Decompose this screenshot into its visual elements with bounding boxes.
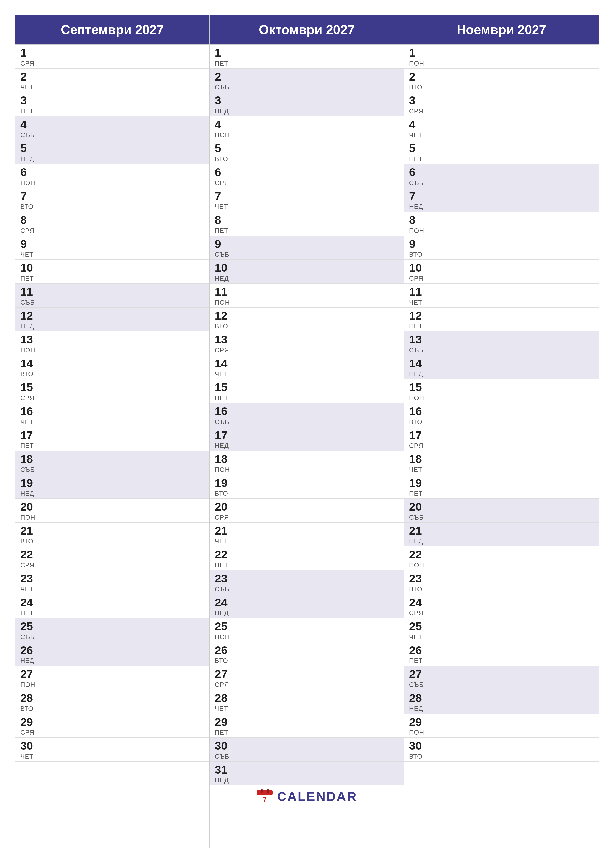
- day-number: 14: [20, 357, 204, 370]
- day-name: НЕД: [409, 538, 594, 545]
- calendar-grid: Септември 20271СРЯ2ЧЕТ3ПЕТ4СЪБ5НЕД6ПОН7В…: [15, 15, 599, 848]
- day-number: 22: [215, 548, 399, 561]
- day-row: 4СЪБ: [16, 116, 209, 140]
- day-row: 27СЪБ: [404, 666, 598, 690]
- day-row: 31НЕД: [210, 762, 404, 786]
- day-number: 23: [409, 572, 594, 585]
- day-row: 7ВТО: [16, 188, 209, 212]
- day-row: 11ЧЕТ: [404, 284, 598, 308]
- empty-row: [404, 762, 598, 783]
- day-row: 14ЧЕТ: [210, 355, 404, 379]
- day-name: ПОН: [215, 131, 399, 139]
- day-row: 1ПОН: [404, 45, 598, 68]
- day-row: 17НЕД: [210, 427, 404, 451]
- page: Септември 20271СРЯ2ЧЕТ3ПЕТ4СЪБ5НЕД6ПОН7В…: [0, 0, 614, 868]
- day-row: 21ВТО: [16, 522, 209, 547]
- day-name: ВТО: [20, 538, 204, 545]
- day-number: 22: [409, 548, 594, 561]
- day-number: 2: [409, 71, 594, 83]
- month-header-september: Септември 2027: [16, 16, 209, 45]
- day-row: 12ПЕТ: [404, 308, 598, 332]
- day-name: ВТО: [409, 251, 594, 258]
- day-name: ПЕТ: [215, 729, 399, 736]
- day-number: 6: [409, 166, 594, 179]
- day-number: 29: [20, 716, 204, 728]
- day-number: 25: [20, 620, 204, 633]
- day-row: 20ПОН: [16, 499, 209, 522]
- day-number: 27: [20, 668, 204, 680]
- day-row: 19НЕД: [16, 475, 209, 499]
- day-name: ЧЕТ: [215, 538, 399, 545]
- day-name: СРЯ: [20, 60, 204, 67]
- day-name: НЕД: [409, 705, 594, 713]
- day-row: 24НЕД: [210, 594, 404, 618]
- day-number: 28: [215, 692, 399, 704]
- day-name: СЪБ: [215, 84, 399, 91]
- day-row: 26ПЕТ: [404, 642, 598, 666]
- day-number: 1: [409, 46, 594, 59]
- day-row: 18ЧЕТ: [404, 451, 598, 475]
- day-name: НЕД: [215, 274, 399, 282]
- day-number: 28: [409, 692, 594, 704]
- month-col-november: Ноември 20271ПОН2ВТО3СРЯ4ЧЕТ5ПЕТ6СЪБ7НЕД…: [404, 16, 598, 848]
- day-name: ВТО: [215, 155, 399, 163]
- day-number: 20: [215, 501, 399, 513]
- day-number: 2: [215, 71, 399, 83]
- day-name: СЪБ: [215, 753, 399, 760]
- day-number: 10: [20, 262, 204, 274]
- day-number: 9: [409, 238, 594, 250]
- day-row: 4ПОН: [210, 116, 404, 140]
- logo-footer: 7 CALENDAR: [210, 785, 404, 808]
- day-row: 15ПЕТ: [210, 379, 404, 403]
- day-row: 13СРЯ: [210, 331, 404, 355]
- day-number: 5: [409, 142, 594, 155]
- day-row: 19ВТО: [210, 475, 404, 499]
- day-number: 6: [20, 166, 204, 179]
- day-number: 12: [215, 310, 399, 322]
- day-row: 30СЪБ: [210, 738, 404, 762]
- day-name: СЪБ: [409, 346, 594, 354]
- day-row: 30ВТО: [404, 738, 598, 762]
- day-name: ПЕТ: [409, 155, 594, 163]
- day-row: 7НЕД: [404, 188, 598, 212]
- day-number: 2: [20, 71, 204, 83]
- day-name: ВТО: [215, 322, 399, 330]
- day-name: ЧЕТ: [20, 251, 204, 258]
- day-row: 1ПЕТ: [210, 45, 404, 68]
- day-row: 11ПОН: [210, 284, 404, 308]
- day-row: 15СРЯ: [16, 379, 209, 403]
- day-number: 24: [20, 596, 204, 609]
- day-name: ПЕТ: [409, 490, 594, 498]
- day-number: 15: [409, 381, 594, 394]
- day-row: 4ЧЕТ: [404, 116, 598, 140]
- day-name: ПОН: [409, 561, 594, 569]
- day-name: ПОН: [20, 346, 204, 354]
- day-row: 2ВТО: [404, 68, 598, 93]
- day-name: ВТО: [215, 490, 399, 498]
- day-name: ПОН: [409, 729, 594, 736]
- day-name: ПЕТ: [20, 609, 204, 617]
- day-number: 15: [215, 381, 399, 394]
- day-name: СРЯ: [215, 179, 399, 187]
- day-name: СРЯ: [215, 514, 399, 521]
- day-name: ЧЕТ: [409, 131, 594, 139]
- day-number: 18: [409, 453, 594, 465]
- day-row: 30ЧЕТ: [16, 738, 209, 762]
- day-number: 29: [215, 716, 399, 728]
- day-name: ПОН: [215, 466, 399, 474]
- day-row: 16СЪБ: [210, 403, 404, 427]
- day-row: 27ПОН: [16, 666, 209, 690]
- day-name: ПОН: [409, 394, 594, 402]
- day-number: 16: [409, 405, 594, 418]
- day-name: ЧЕТ: [409, 633, 594, 641]
- day-number: 16: [20, 405, 204, 418]
- day-number: 26: [20, 644, 204, 657]
- day-row: 8ПЕТ: [210, 212, 404, 236]
- day-number: 11: [215, 285, 399, 298]
- day-row: 18ПОН: [210, 451, 404, 475]
- day-number: 1: [215, 46, 399, 59]
- day-row: 28НЕД: [404, 690, 598, 714]
- day-number: 7: [409, 190, 594, 203]
- day-number: 13: [215, 333, 399, 346]
- day-name: СРЯ: [409, 609, 594, 617]
